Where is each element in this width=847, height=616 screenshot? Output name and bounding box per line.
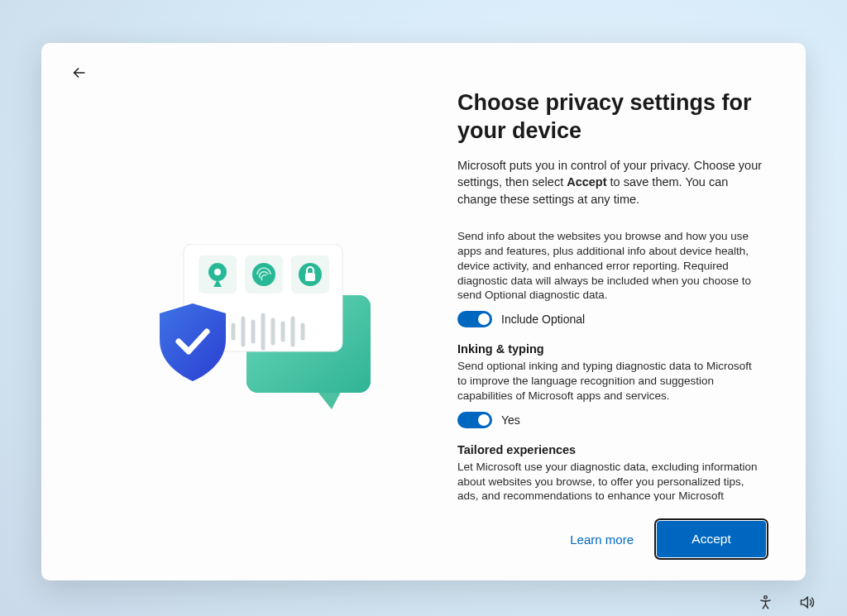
lock-icon bbox=[291, 255, 329, 294]
volume-icon bbox=[798, 594, 816, 611]
toggle-inking-typing[interactable] bbox=[457, 412, 492, 428]
intro-bold: Accept bbox=[567, 175, 606, 189]
page-title: Choose privacy settings for your device bbox=[457, 89, 766, 146]
setting-heading: Tailored experiences bbox=[457, 443, 763, 456]
content-column: Choose privacy settings for your device … bbox=[457, 58, 766, 557]
pin-icon bbox=[199, 255, 237, 294]
setting-desc: Send optional inking and typing diagnost… bbox=[457, 359, 763, 403]
privacy-illustration bbox=[154, 244, 385, 421]
privacy-settings-dialog: Choose privacy settings for your device … bbox=[41, 43, 806, 580]
svg-point-14 bbox=[214, 269, 221, 275]
fingerprint-icon bbox=[245, 255, 283, 294]
dialog-footer: Learn more Accept bbox=[457, 501, 766, 557]
volume-tray-icon[interactable] bbox=[796, 591, 817, 613]
accept-button[interactable]: Accept bbox=[657, 521, 766, 557]
setting-inking-typing: Inking & typing Send optional inking and… bbox=[457, 342, 763, 427]
toggle-label: Include Optional bbox=[501, 313, 585, 326]
settings-list[interactable]: Send info about the websites you browse … bbox=[457, 229, 766, 501]
svg-point-20 bbox=[763, 595, 767, 599]
setting-diagnostic-data: Send info about the websites you browse … bbox=[457, 229, 763, 327]
setting-tailored-experiences: Tailored experiences Let Microsoft use y… bbox=[457, 443, 763, 501]
svg-marker-21 bbox=[801, 597, 807, 607]
learn-more-link[interactable]: Learn more bbox=[570, 532, 634, 547]
svg-rect-19 bbox=[305, 273, 315, 281]
setting-desc: Send info about the websites you browse … bbox=[457, 229, 763, 303]
accessibility-icon bbox=[757, 594, 774, 611]
intro-text: Microsoft puts you in control of your pr… bbox=[457, 157, 766, 208]
accessibility-tray-icon[interactable] bbox=[754, 591, 776, 613]
setting-desc: Let Microsoft use your diagnostic data, … bbox=[457, 460, 763, 501]
setting-heading: Inking & typing bbox=[457, 342, 763, 356]
toggle-diagnostic-data[interactable] bbox=[457, 311, 492, 327]
illustration-column bbox=[81, 58, 457, 557]
shield-check-icon bbox=[160, 303, 226, 381]
toggle-label: Yes bbox=[501, 413, 520, 427]
